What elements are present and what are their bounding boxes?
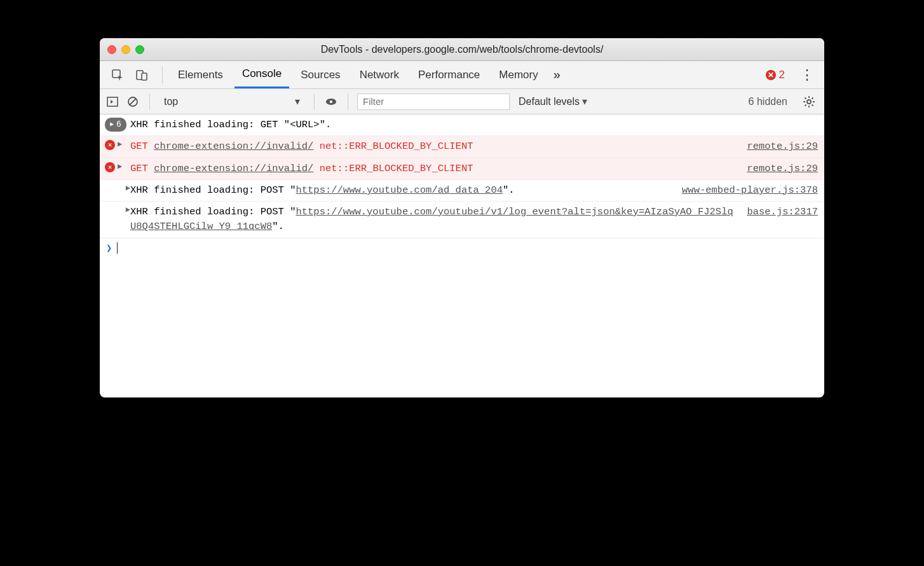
- console-message: ▶ XHR finished loading: POST "https://ww…: [100, 180, 824, 202]
- request-url[interactable]: https://www.youtube.com/ad_data_204: [296, 184, 503, 196]
- chevron-down-icon: ▾: [582, 95, 587, 107]
- request-url[interactable]: chrome-extension://invalid/: [154, 141, 313, 152]
- expand-icon: ▶: [110, 120, 114, 129]
- console-error-message: ✕ ▶ GET chrome-extension://invalid/ net:…: [100, 158, 824, 180]
- window-title: DevTools - developers.google.com/web/too…: [100, 44, 824, 55]
- tab-console[interactable]: Console: [234, 61, 289, 88]
- chevron-down-icon: ▾: [295, 95, 300, 107]
- prompt-icon: ❯: [106, 242, 117, 254]
- customize-devtools-menu[interactable]: ⋮: [795, 67, 819, 83]
- svg-line-14: [812, 104, 813, 106]
- error-icon: ✕: [105, 162, 115, 172]
- expand-icon[interactable]: ▶: [118, 139, 122, 150]
- repeat-count-badge[interactable]: ▶6: [105, 118, 126, 132]
- live-expression-icon[interactable]: [323, 94, 339, 109]
- clear-console-icon[interactable]: [125, 94, 140, 109]
- console-prompt[interactable]: ❯: [100, 238, 824, 258]
- console-message: ▶6 XHR finished loading: GET "<URL>".: [100, 114, 824, 136]
- divider: [348, 93, 348, 110]
- expand-icon[interactable]: ▶: [126, 183, 130, 194]
- execution-context-selector[interactable]: top ▾: [159, 93, 305, 110]
- source-link[interactable]: www-embed-player.js:378: [673, 183, 818, 198]
- error-code: net::ERR_BLOCKED_BY_CLIENT: [320, 141, 473, 152]
- error-count: 2: [779, 69, 785, 81]
- console-message: ▶ XHR finished loading: POST "https://ww…: [100, 202, 824, 238]
- console-messages: ▶6 XHR finished loading: GET "<URL>". ✕ …: [100, 114, 824, 397]
- message-text: GET chrome-extension://invalid/ net::ERR…: [130, 162, 738, 176]
- filter-input[interactable]: [357, 93, 510, 110]
- svg-line-15: [805, 104, 806, 106]
- source-link[interactable]: remote.js:29: [738, 139, 818, 154]
- tab-elements[interactable]: Elements: [170, 61, 231, 88]
- levels-label: Default levels: [519, 96, 580, 107]
- svg-rect-2: [142, 73, 147, 80]
- console-error-message: ✕ ▶ GET chrome-extension://invalid/ net:…: [100, 136, 824, 158]
- zoom-window-button[interactable]: [135, 45, 144, 54]
- expand-icon[interactable]: ▶: [118, 161, 122, 172]
- http-method: GET: [130, 163, 148, 174]
- tab-network[interactable]: Network: [352, 61, 407, 88]
- message-text: XHR finished loading: POST "https://www.…: [130, 205, 738, 235]
- minimize-window-button[interactable]: [121, 45, 130, 54]
- console-settings-icon[interactable]: [799, 95, 819, 108]
- console-toolbar: top ▾ Default levels ▾ 6 hidden: [100, 89, 824, 114]
- message-text: XHR finished loading: GET "<URL>".: [130, 118, 818, 132]
- http-method: GET: [130, 141, 148, 152]
- toggle-device-toolbar-icon[interactable]: [134, 67, 149, 83]
- close-window-button[interactable]: [107, 45, 116, 54]
- context-label: top: [164, 96, 178, 107]
- tabs-overflow-button[interactable]: »: [550, 67, 564, 82]
- error-icon: ✕: [105, 140, 115, 150]
- divider: [314, 93, 315, 110]
- text-cursor: [117, 242, 118, 254]
- inspect-element-icon[interactable]: [110, 67, 125, 83]
- svg-point-7: [330, 100, 333, 103]
- expand-icon[interactable]: ▶: [126, 204, 130, 216]
- tab-sources[interactable]: Sources: [293, 61, 348, 88]
- titlebar: DevTools - developers.google.com/web/too…: [100, 38, 824, 61]
- error-icon: ✕: [766, 70, 776, 80]
- devtools-tabs: Elements Console Sources Network Perform…: [100, 61, 824, 89]
- svg-line-13: [805, 97, 806, 99]
- devtools-window: DevTools - developers.google.com/web/too…: [100, 38, 824, 397]
- request-url[interactable]: chrome-extension://invalid/: [154, 163, 313, 174]
- source-link[interactable]: remote.js:29: [738, 162, 818, 176]
- empty-space: [100, 258, 824, 397]
- toggle-console-sidebar-icon[interactable]: [105, 94, 120, 109]
- tab-memory[interactable]: Memory: [491, 61, 545, 88]
- divider: [149, 93, 150, 110]
- svg-line-5: [130, 99, 136, 105]
- svg-line-16: [812, 97, 813, 99]
- log-levels-selector[interactable]: Default levels ▾: [515, 95, 591, 107]
- message-text: GET chrome-extension://invalid/ net::ERR…: [130, 139, 738, 154]
- error-code: net::ERR_BLOCKED_BY_CLIENT: [320, 163, 473, 174]
- error-count-badge[interactable]: ✕ 2: [759, 69, 791, 81]
- message-text: XHR finished loading: POST "https://www.…: [130, 183, 673, 198]
- source-link[interactable]: base.js:2317: [738, 205, 818, 219]
- hidden-messages-count[interactable]: 6 hidden: [742, 96, 794, 107]
- divider: [162, 67, 163, 83]
- window-controls: [107, 45, 144, 54]
- tab-performance[interactable]: Performance: [411, 61, 487, 88]
- svg-point-8: [807, 100, 811, 104]
